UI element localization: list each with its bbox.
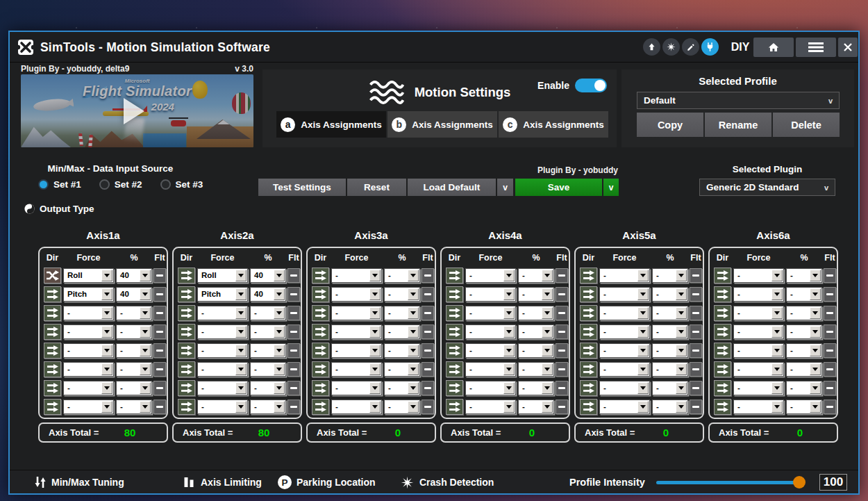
filter-button[interactable]	[422, 306, 434, 320]
force-select[interactable]: Roll	[197, 268, 248, 283]
percent-select[interactable]: -	[652, 268, 688, 283]
force-select[interactable]: -	[331, 268, 382, 283]
dir-button[interactable]	[714, 380, 731, 396]
force-select[interactable]: -	[465, 343, 516, 358]
percent-select[interactable]: -	[384, 287, 420, 302]
percent-select[interactable]: -	[518, 325, 554, 339]
force-select[interactable]: -	[599, 381, 650, 395]
percent-select[interactable]: -	[518, 306, 554, 320]
percent-select[interactable]: -	[384, 268, 420, 283]
dir-button[interactable]	[580, 399, 597, 415]
axis-limiting-button[interactable]: Axis Limiting	[201, 470, 262, 494]
percent-select[interactable]: -	[384, 381, 420, 395]
force-select[interactable]: -	[465, 381, 516, 395]
filter-button[interactable]	[824, 381, 836, 395]
filter-button[interactable]	[287, 381, 300, 395]
dir-button[interactable]	[312, 361, 329, 377]
filter-button[interactable]	[287, 325, 300, 339]
dir-button[interactable]	[178, 380, 195, 396]
percent-select[interactable]: -	[116, 381, 152, 395]
percent-select[interactable]: -	[652, 306, 688, 320]
force-select[interactable]: -	[733, 287, 784, 302]
dir-button[interactable]	[714, 361, 731, 377]
delete-button[interactable]: Delete	[773, 113, 840, 137]
filter-button[interactable]	[287, 306, 300, 320]
filter-button[interactable]	[153, 362, 166, 377]
dir-button[interactable]	[44, 305, 61, 321]
filter-button[interactable]	[422, 400, 434, 414]
force-select[interactable]: -	[599, 287, 650, 302]
filter-button[interactable]	[422, 362, 434, 377]
percent-select[interactable]: -	[250, 306, 286, 320]
force-select[interactable]: -	[331, 362, 382, 377]
filter-button[interactable]	[422, 343, 434, 358]
dir-button[interactable]	[312, 305, 329, 321]
filter-button[interactable]	[824, 362, 836, 377]
force-select[interactable]: -	[465, 306, 516, 320]
filter-button[interactable]	[556, 400, 568, 414]
filter-button[interactable]	[690, 400, 702, 414]
radio-option[interactable]: Set #2	[99, 179, 142, 190]
filter-button[interactable]	[690, 287, 702, 302]
dir-button[interactable]	[44, 399, 61, 415]
save-button[interactable]: Save	[515, 179, 602, 196]
filter-button[interactable]	[422, 287, 434, 302]
dir-button[interactable]	[446, 286, 463, 302]
filter-button[interactable]	[153, 325, 166, 339]
force-select[interactable]: Pitch	[63, 287, 114, 302]
dir-button[interactable]	[312, 286, 329, 302]
filter-button[interactable]	[824, 400, 836, 414]
filter-button[interactable]	[153, 287, 166, 302]
plugin-circle-button[interactable]	[701, 38, 719, 56]
filter-button[interactable]	[287, 268, 300, 283]
force-select[interactable]: -	[733, 400, 784, 414]
force-select[interactable]: -	[331, 325, 382, 339]
reset-button[interactable]: Reset	[347, 179, 406, 196]
percent-select[interactable]: -	[384, 325, 420, 339]
radio-option[interactable]: Set #3	[160, 179, 203, 190]
filter-button[interactable]	[422, 325, 434, 339]
percent-select[interactable]: -	[518, 400, 554, 414]
filter-button[interactable]	[153, 306, 166, 320]
burst-circle-button[interactable]	[662, 38, 680, 56]
percent-select[interactable]: 40	[116, 268, 152, 283]
percent-select[interactable]: -	[652, 400, 688, 414]
percent-select[interactable]: 40	[250, 287, 286, 302]
dir-button[interactable]	[44, 380, 61, 396]
percent-select[interactable]: -	[518, 268, 554, 283]
filter-button[interactable]	[690, 306, 702, 320]
output-type-button[interactable]: Output Type	[24, 203, 94, 215]
force-select[interactable]: -	[63, 325, 114, 339]
percent-select[interactable]: 40	[116, 287, 152, 302]
filter-button[interactable]	[690, 268, 702, 283]
percent-select[interactable]: -	[652, 325, 688, 339]
force-select[interactable]: Pitch	[197, 287, 248, 302]
dir-button[interactable]	[178, 399, 195, 415]
filter-button[interactable]	[690, 343, 702, 358]
menu-button[interactable]	[796, 38, 836, 57]
force-select[interactable]: -	[465, 268, 516, 283]
dir-button[interactable]	[446, 380, 463, 396]
percent-select[interactable]: -	[250, 362, 286, 377]
filter-button[interactable]	[287, 287, 300, 302]
filter-button[interactable]	[824, 287, 836, 302]
play-button[interactable]	[124, 98, 144, 124]
home-button[interactable]	[753, 38, 794, 57]
dir-button[interactable]	[44, 343, 61, 359]
dir-button[interactable]	[580, 324, 597, 340]
force-select[interactable]: -	[197, 400, 248, 414]
force-select[interactable]: -	[331, 343, 382, 358]
plugin-video-thumbnail[interactable]: Microsoft Flight Simulator 2024	[21, 74, 253, 147]
force-select[interactable]: -	[733, 325, 784, 339]
filter-button[interactable]	[824, 343, 836, 358]
filter-button[interactable]	[824, 325, 836, 339]
force-select[interactable]: -	[331, 287, 382, 302]
dir-button[interactable]	[580, 361, 597, 377]
filter-button[interactable]	[556, 343, 568, 358]
filter-button[interactable]	[287, 362, 300, 377]
dir-button[interactable]	[312, 324, 329, 340]
save-dropdown-button[interactable]: v	[603, 179, 619, 196]
profile-intensity-slider[interactable]	[656, 481, 803, 484]
force-select[interactable]: -	[733, 381, 784, 395]
radio-option[interactable]: Set #1	[38, 179, 81, 190]
